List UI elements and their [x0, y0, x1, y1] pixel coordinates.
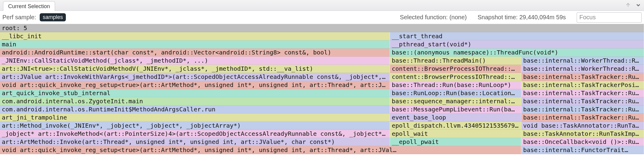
tab-bar: Current Selection: [0, 0, 644, 11]
flame-frame[interactable]: art::JValue art::InvokeWithVarArgs<_jmet…: [0, 73, 390, 81]
tab-current-selection[interactable]: Current Selection: [3, 1, 55, 11]
perf-sample-label: Perf sample:: [2, 14, 36, 21]
flame-row: android::AndroidRuntime::start(char cons…: [0, 48, 644, 57]
flame-row: _JNIEnv::CallStaticVoidMethod(_jclass*, …: [0, 57, 644, 65]
selected-function-label: Selected function:: [400, 14, 448, 20]
flame-row: __libc_init__start_thread: [0, 32, 644, 40]
selected-function-value: (none): [449, 14, 467, 20]
flame-frame[interactable]: content::BrowserProcessIOThread::…: [390, 73, 521, 81]
flame-row: _jobject* art::InvokeMethod<(art::Pointe…: [0, 130, 644, 138]
flame-frame[interactable]: base::internal::TaskTracker::RunT…: [521, 89, 644, 97]
flame-frame[interactable]: base::MessagePumpLibevent::Run(ba…: [390, 105, 521, 114]
flame-row: com.android.internal.os.RuntimeInit$Meth…: [0, 105, 644, 114]
flame-row: void art::quick_invoke_reg_setup<true>(a…: [0, 81, 644, 89]
flame-frame[interactable]: base::internal::TaskTrackerPosix:…: [521, 81, 644, 89]
flame-frame[interactable]: _jobject* art::InvokeMethod<(art::Pointe…: [0, 130, 390, 138]
snapshot-value: 29,440,094m 59s: [519, 14, 566, 20]
flame-frame[interactable]: __epoll_pwait: [390, 138, 521, 146]
flame-frame[interactable]: art_jni_trampoline: [0, 114, 390, 122]
flame-frame[interactable]: epoll_wait: [390, 130, 521, 138]
chevron-down-icon[interactable]: [634, 1, 642, 9]
samples-pill[interactable]: samples: [40, 13, 66, 21]
flame-row: art::ArtMethod::Invoke(art::Thread*, uns…: [0, 138, 644, 146]
flame-row: art_quick_invoke_stub_internalbase::RunL…: [0, 89, 644, 97]
flame-row: art::Method_invoke(_JNIEnv*, _jobject*, …: [0, 122, 644, 130]
flame-frame[interactable]: void base::TaskAnnotator::RunTask…: [521, 122, 644, 130]
flame-frame[interactable]: base::internal::WorkerThread::Run…: [521, 65, 644, 73]
header-controls: [624, 1, 642, 9]
flame-frame[interactable]: epoll_dispatch.llvm.434051215356799824: [390, 122, 521, 130]
flame-row: root: 5: [0, 24, 644, 32]
flame-row: void art::quick_invoke_reg_setup<true>(a…: [0, 146, 644, 154]
flame-frame[interactable]: base::TaskAnnotator::RunTaskImpl(…: [521, 130, 644, 138]
flame-frame[interactable]: base::Thread::Run(base::RunLoop*): [390, 81, 521, 89]
up-arrow-icon: [624, 1, 632, 9]
flame-frame[interactable]: __pthread_start(void*): [390, 40, 644, 48]
selected-function: Selected function: (none): [400, 14, 467, 21]
flame-frame[interactable]: base::internal::TaskTracker::RunB…: [521, 105, 644, 114]
snapshot-time: Snapshot time: 29,440,094m 59s: [477, 14, 566, 21]
flame-frame[interactable]: art::ArtMethod::Invoke(art::Thread*, uns…: [0, 138, 390, 146]
flame-row: main__pthread_start(void*): [0, 40, 644, 48]
flame-frame[interactable]: base::internal::TaskTracker::RunT…: [521, 114, 644, 122]
flame-frame[interactable]: content::BrowserProcessIOThread::…: [390, 65, 521, 73]
flame-frame[interactable]: __start_thread: [390, 32, 644, 40]
flame-frame[interactable]: base::internal::WorkerThread::Run…: [521, 57, 644, 65]
flame-frame[interactable]: event_base_loop: [390, 114, 521, 122]
tab-label: Current Selection: [8, 3, 50, 9]
flame-frame[interactable]: root: 5: [0, 24, 644, 32]
flame-frame[interactable]: art::JNI<true>::CallStaticVoidMethodV(_J…: [0, 65, 390, 73]
focus-input[interactable]: [577, 12, 642, 23]
flame-frame[interactable]: base::internal::FunctorTrait…: [521, 146, 644, 154]
flame-row: art::JNI<true>::CallStaticVoidMethodV(_J…: [0, 65, 644, 73]
flame-frame[interactable]: void art::quick_invoke_reg_setup<true>(a…: [0, 81, 390, 89]
flame-row: art::JValue art::InvokeWithVarArgs<_jmet…: [0, 73, 644, 81]
flame-frame[interactable]: com.android.internal.os.RuntimeInit$Meth…: [0, 105, 390, 114]
flame-frame[interactable]: base::(anonymous namespace)::ThreadFunc(…: [390, 48, 644, 57]
flame-frame[interactable]: art_quick_invoke_stub_internal: [0, 89, 390, 97]
flame-frame[interactable]: com.android.internal.os.ZygoteInit.main: [0, 97, 390, 105]
flame-frame[interactable]: base::Thread::ThreadMain(): [390, 57, 521, 65]
flame-row: com.android.internal.os.ZygoteInit.mainb…: [0, 97, 644, 105]
flame-graph[interactable]: root: 5__libc_init__start_threadmain__pt…: [0, 24, 644, 154]
flame-frame[interactable]: base::internal::TaskTracker::RunA…: [521, 73, 644, 81]
flame-frame[interactable]: base::sequence_manager::internal:…: [390, 97, 521, 105]
info-bar: Perf sample: samples Selected function: …: [0, 11, 644, 24]
flame-frame[interactable]: base::internal::TaskTracker::RunT…: [521, 97, 644, 105]
flame-frame[interactable]: base::OnceCallback<void ()>::Run() &&: [521, 138, 644, 146]
snapshot-label: Snapshot time:: [477, 14, 517, 20]
flame-frame[interactable]: art::Method_invoke(_JNIEnv*, _jobject*, …: [0, 122, 390, 130]
flame-frame[interactable]: base::RunLoop::Run(base::Location…: [390, 89, 521, 97]
flame-row: art_jni_trampolineevent_base_loopbase::i…: [0, 114, 644, 122]
flame-frame[interactable]: android::AndroidRuntime::start(char cons…: [0, 48, 390, 57]
flame-frame[interactable]: main: [0, 40, 390, 48]
flame-frame[interactable]: __libc_init: [0, 32, 390, 40]
flame-frame[interactable]: _JNIEnv::CallStaticVoidMethod(_jclass*, …: [0, 57, 390, 65]
flame-frame[interactable]: void art::quick_invoke_reg_setup<true>(a…: [0, 146, 521, 154]
